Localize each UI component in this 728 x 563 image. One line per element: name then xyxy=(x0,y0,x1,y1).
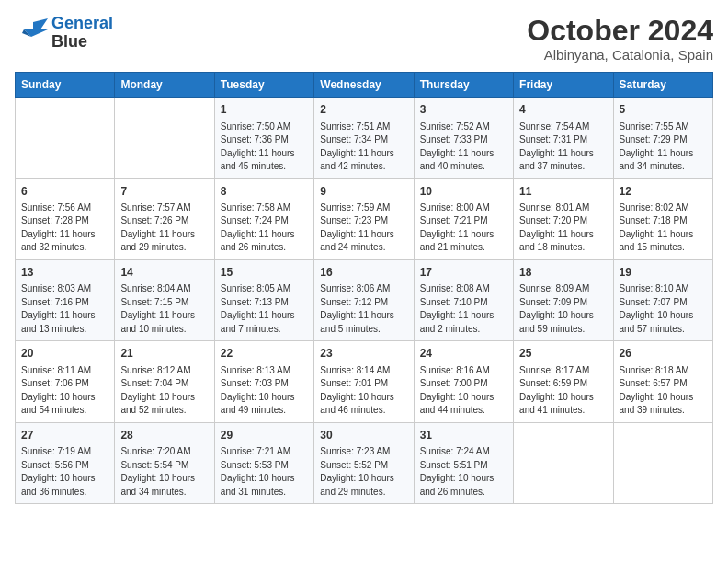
calendar-cell: 24Sunrise: 8:16 AM Sunset: 7:00 PM Dayli… xyxy=(414,341,513,422)
calendar-cell xyxy=(613,422,712,503)
calendar-cell xyxy=(115,98,214,178)
page-title: October 2024 xyxy=(527,15,713,47)
page-subtitle: Albinyana, Catalonia, Spain xyxy=(527,47,713,63)
logo: General Blue xyxy=(15,15,113,52)
day-number: 1 xyxy=(221,102,308,118)
day-info: Sunrise: 8:16 AM Sunset: 7:00 PM Dayligh… xyxy=(420,364,507,418)
calendar-cell: 17Sunrise: 8:08 AM Sunset: 7:10 PM Dayli… xyxy=(414,259,513,340)
day-info: Sunrise: 8:09 AM Sunset: 7:09 PM Dayligh… xyxy=(519,282,607,336)
day-number: 24 xyxy=(420,346,507,362)
calendar-cell: 18Sunrise: 8:09 AM Sunset: 7:09 PM Dayli… xyxy=(514,259,613,340)
day-info: Sunrise: 7:20 AM Sunset: 5:54 PM Dayligh… xyxy=(120,445,208,499)
day-info: Sunrise: 8:14 AM Sunset: 7:01 PM Dayligh… xyxy=(320,364,407,418)
day-number: 20 xyxy=(21,346,108,362)
day-info: Sunrise: 7:57 AM Sunset: 7:26 PM Dayligh… xyxy=(120,201,208,255)
day-number: 19 xyxy=(620,265,707,281)
calendar-table: SundayMondayTuesdayWednesdayThursdayFrid… xyxy=(15,72,713,504)
calendar-cell: 9Sunrise: 7:59 AM Sunset: 7:23 PM Daylig… xyxy=(314,178,414,259)
calendar-cell: 3Sunrise: 7:52 AM Sunset: 7:33 PM Daylig… xyxy=(414,98,513,178)
day-info: Sunrise: 8:13 AM Sunset: 7:03 PM Dayligh… xyxy=(221,364,308,418)
calendar-cell xyxy=(514,422,613,503)
day-number: 21 xyxy=(120,346,208,362)
calendar-cell: 22Sunrise: 8:13 AM Sunset: 7:03 PM Dayli… xyxy=(214,341,313,422)
calendar-cell: 15Sunrise: 8:05 AM Sunset: 7:13 PM Dayli… xyxy=(214,259,313,340)
day-number: 29 xyxy=(221,428,308,443)
calendar-cell: 2Sunrise: 7:51 AM Sunset: 7:34 PM Daylig… xyxy=(314,98,414,178)
day-number: 16 xyxy=(320,265,407,281)
day-info: Sunrise: 8:03 AM Sunset: 7:16 PM Dayligh… xyxy=(21,282,108,336)
day-number: 3 xyxy=(420,102,507,118)
day-number: 12 xyxy=(620,184,707,200)
calendar-cell: 30Sunrise: 7:23 AM Sunset: 5:52 PM Dayli… xyxy=(314,422,414,503)
calendar-cell xyxy=(16,98,115,178)
calendar-cell: 31Sunrise: 7:24 AM Sunset: 5:51 PM Dayli… xyxy=(414,422,513,503)
calendar-cell: 28Sunrise: 7:20 AM Sunset: 5:54 PM Dayli… xyxy=(115,422,214,503)
calendar-cell: 26Sunrise: 8:18 AM Sunset: 6:57 PM Dayli… xyxy=(613,341,712,422)
calendar-cell: 12Sunrise: 8:02 AM Sunset: 7:18 PM Dayli… xyxy=(613,178,712,259)
calendar-cell: 29Sunrise: 7:21 AM Sunset: 5:53 PM Dayli… xyxy=(214,422,313,503)
day-info: Sunrise: 8:04 AM Sunset: 7:15 PM Dayligh… xyxy=(120,282,208,336)
calendar-cell: 6Sunrise: 7:56 AM Sunset: 7:28 PM Daylig… xyxy=(16,178,115,259)
calendar-cell: 1Sunrise: 7:50 AM Sunset: 7:36 PM Daylig… xyxy=(214,98,313,178)
day-info: Sunrise: 7:23 AM Sunset: 5:52 PM Dayligh… xyxy=(320,445,407,499)
day-number: 13 xyxy=(21,265,108,281)
day-number: 6 xyxy=(21,184,108,200)
calendar-cell: 21Sunrise: 8:12 AM Sunset: 7:04 PM Dayli… xyxy=(115,341,214,422)
day-info: Sunrise: 8:12 AM Sunset: 7:04 PM Dayligh… xyxy=(120,364,208,418)
day-number: 17 xyxy=(420,265,507,281)
day-info: Sunrise: 7:55 AM Sunset: 7:29 PM Dayligh… xyxy=(620,121,707,174)
day-info: Sunrise: 8:01 AM Sunset: 7:20 PM Dayligh… xyxy=(519,201,607,255)
day-info: Sunrise: 8:11 AM Sunset: 7:06 PM Dayligh… xyxy=(21,364,108,418)
day-number: 10 xyxy=(420,184,507,200)
day-info: Sunrise: 7:58 AM Sunset: 7:24 PM Dayligh… xyxy=(221,201,308,255)
day-number: 14 xyxy=(120,265,208,281)
day-info: Sunrise: 8:10 AM Sunset: 7:07 PM Dayligh… xyxy=(620,282,707,336)
calendar-cell: 7Sunrise: 7:57 AM Sunset: 7:26 PM Daylig… xyxy=(115,178,214,259)
day-info: Sunrise: 7:51 AM Sunset: 7:34 PM Dayligh… xyxy=(320,121,407,174)
day-number: 4 xyxy=(519,102,607,118)
day-info: Sunrise: 7:24 AM Sunset: 5:51 PM Dayligh… xyxy=(420,445,507,499)
day-number: 15 xyxy=(221,265,308,281)
day-info: Sunrise: 7:59 AM Sunset: 7:23 PM Dayligh… xyxy=(320,201,407,255)
col-header-sunday: Sunday xyxy=(16,73,115,98)
day-info: Sunrise: 8:02 AM Sunset: 7:18 PM Dayligh… xyxy=(620,201,707,255)
day-info: Sunrise: 7:50 AM Sunset: 7:36 PM Dayligh… xyxy=(221,121,308,174)
calendar-cell: 27Sunrise: 7:19 AM Sunset: 5:56 PM Dayli… xyxy=(16,422,115,503)
logo-text: General Blue xyxy=(51,15,113,52)
day-number: 26 xyxy=(620,346,707,362)
day-info: Sunrise: 7:21 AM Sunset: 5:53 PM Dayligh… xyxy=(221,445,308,499)
day-number: 2 xyxy=(320,102,407,118)
calendar-cell: 4Sunrise: 7:54 AM Sunset: 7:31 PM Daylig… xyxy=(514,98,613,178)
calendar-cell: 8Sunrise: 7:58 AM Sunset: 7:24 PM Daylig… xyxy=(214,178,313,259)
col-header-saturday: Saturday xyxy=(613,73,712,98)
calendar-cell: 16Sunrise: 8:06 AM Sunset: 7:12 PM Dayli… xyxy=(314,259,414,340)
day-number: 7 xyxy=(120,184,208,200)
calendar-cell: 5Sunrise: 7:55 AM Sunset: 7:29 PM Daylig… xyxy=(613,98,712,178)
day-info: Sunrise: 7:19 AM Sunset: 5:56 PM Dayligh… xyxy=(21,445,108,499)
calendar-cell: 23Sunrise: 8:14 AM Sunset: 7:01 PM Dayli… xyxy=(314,341,414,422)
calendar-cell: 14Sunrise: 8:04 AM Sunset: 7:15 PM Dayli… xyxy=(115,259,214,340)
col-header-tuesday: Tuesday xyxy=(214,73,313,98)
day-info: Sunrise: 7:56 AM Sunset: 7:28 PM Dayligh… xyxy=(21,201,108,255)
col-header-thursday: Thursday xyxy=(414,73,513,98)
title-block: October 2024 Albinyana, Catalonia, Spain xyxy=(527,15,713,63)
day-info: Sunrise: 8:18 AM Sunset: 6:57 PM Dayligh… xyxy=(620,364,707,418)
day-number: 23 xyxy=(320,346,407,362)
day-number: 18 xyxy=(519,265,607,281)
day-number: 5 xyxy=(620,102,707,118)
day-info: Sunrise: 8:00 AM Sunset: 7:21 PM Dayligh… xyxy=(420,201,507,255)
calendar-cell: 20Sunrise: 8:11 AM Sunset: 7:06 PM Dayli… xyxy=(16,341,115,422)
col-header-monday: Monday xyxy=(115,73,214,98)
calendar-cell: 13Sunrise: 8:03 AM Sunset: 7:16 PM Dayli… xyxy=(16,259,115,340)
day-info: Sunrise: 8:06 AM Sunset: 7:12 PM Dayligh… xyxy=(320,282,407,336)
day-info: Sunrise: 8:08 AM Sunset: 7:10 PM Dayligh… xyxy=(420,282,507,336)
day-number: 27 xyxy=(21,428,108,443)
day-info: Sunrise: 7:54 AM Sunset: 7:31 PM Dayligh… xyxy=(519,121,607,174)
col-header-friday: Friday xyxy=(514,73,613,98)
calendar-cell: 19Sunrise: 8:10 AM Sunset: 7:07 PM Dayli… xyxy=(613,259,712,340)
col-header-wednesday: Wednesday xyxy=(314,73,414,98)
calendar-cell: 11Sunrise: 8:01 AM Sunset: 7:20 PM Dayli… xyxy=(514,178,613,259)
logo-icon xyxy=(15,17,48,50)
page-header: General Blue October 2024 Albinyana, Cat… xyxy=(15,15,713,63)
day-number: 25 xyxy=(519,346,607,362)
